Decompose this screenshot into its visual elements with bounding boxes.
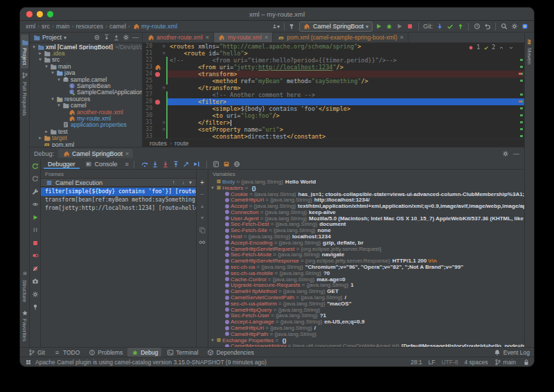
update-project-icon[interactable] [436, 23, 443, 30]
variable-cookie[interactable]: Cookie = {java.lang.String}has_js=1; cto… [208, 191, 524, 197]
stack-frame[interactable]: from[jetty:http://localhost:1234] [route… [41, 204, 196, 213]
search-everywhere-icon[interactable] [500, 23, 508, 30]
glasses-icon[interactable] [199, 238, 206, 245]
user-menu-icon[interactable]: ▾ [272, 23, 280, 30]
tree-chevron-icon[interactable]: ▾ [44, 64, 49, 69]
ide-settings-icon[interactable] [510, 23, 518, 30]
code-line-25[interactable]: 25 <method ref="myBean" method="saySomet… [143, 78, 524, 84]
tree-item-main[interactable]: ▾main [30, 63, 142, 69]
editor-scrollbar[interactable] [519, 43, 524, 139]
close-icon[interactable]: × [265, 34, 268, 41]
variable-upgrade-insecure-requests[interactable]: Upgrade-Insecure-Requests = {java.lang.S… [208, 283, 524, 289]
file-encoding[interactable]: UTF-8 [441, 359, 458, 366]
step-over-icon[interactable] [141, 161, 149, 168]
tool-stripe-pull-requests[interactable]: Pull Requests [21, 69, 28, 119]
commit-changes-icon[interactable] [446, 23, 454, 30]
fold-marker[interactable]: ⊖ [161, 50, 166, 57]
gear-icon[interactable] [122, 34, 129, 42]
tree-chevron-icon[interactable]: ▾ [50, 96, 55, 102]
variable-camelhttpservletresponse[interactable]: CamelHttpServletResponse = {org.eclipse.… [208, 258, 524, 264]
mute-bp-icon[interactable] [31, 265, 39, 272]
debug-session-tab[interactable]: Camel SpringBoot × [58, 149, 133, 158]
fold-marker[interactable]: ⊖ [161, 119, 166, 126]
variable-body[interactable]: Body = {java.lang.String}Hello World [208, 179, 524, 185]
hide-icon[interactable]: — [132, 34, 139, 42]
debug-icon[interactable] [386, 23, 393, 30]
tool-window-button-dependencies[interactable]: Dependencies [203, 348, 257, 357]
variable-sec-fetch-dest[interactable]: Sec-Fetch-Dest = {java.lang.String}docum… [208, 222, 524, 228]
tab-debugger[interactable]: Debugger [44, 159, 80, 169]
locate-icon[interactable] [93, 34, 100, 42]
variable-sec-fetch-site[interactable]: Sec-Fetch-Site = {java.lang.String}none [208, 227, 524, 233]
close-icon[interactable]: × [125, 150, 129, 157]
code-line-22[interactable]: 22<!-- <from uri="timer:hello?period={{t… [143, 57, 524, 64]
tool-stripe-project[interactable]: Project [21, 35, 28, 69]
fold-marker[interactable]: ⊖ [161, 84, 166, 91]
eye-icon[interactable] [31, 201, 39, 208]
tree-chevron-icon[interactable]: ▸ [37, 51, 43, 56]
tree-chevron-icon[interactable]: ▾ [56, 103, 62, 108]
variable-camelhttpurl[interactable]: CamelHttpUrl = {java.lang.String}http://… [208, 197, 524, 203]
tree-chevron-icon[interactable]: ▸ [37, 135, 43, 141]
tree-item-application-properties[interactable]: application.properties [30, 122, 142, 128]
line-separator[interactable]: LF [429, 359, 436, 366]
wrench-icon[interactable] [31, 188, 39, 195]
thread-selector[interactable]: Camel Execution ↑ ↓ ▾ [41, 178, 196, 187]
build-project-icon[interactable] [289, 23, 296, 30]
variable-cache-control[interactable]: Cache-Control = {java.lang.String}max-ag… [208, 276, 524, 283]
git-branch-widget[interactable]: main [494, 358, 516, 366]
variable-chevron-icon[interactable]: ▾ [210, 337, 215, 343]
close-icon[interactable]: × [206, 34, 209, 41]
chevron-down-icon[interactable]: ▾ [64, 35, 66, 41]
variable-chevron-icon[interactable]: ▾ [210, 185, 215, 190]
breadcrumb-item[interactable]: main [56, 23, 70, 30]
code-line-23[interactable]: 23 <from uri="jetty:http://localhost:123… [143, 64, 524, 71]
gear-icon[interactable] [31, 290, 39, 298]
tree-item-camel[interactable]: ▾camel [30, 103, 142, 109]
project-panel-header[interactable]: Project ▾ — [30, 33, 142, 43]
close-icon[interactable]: × [400, 34, 403, 41]
tool-window-button-debug[interactable]: Debug [127, 348, 161, 357]
tree-item-another-route-xml[interactable]: another-route.xml [30, 109, 142, 115]
next-problem-icon[interactable] [507, 44, 515, 51]
gear-icon[interactable] [501, 150, 509, 157]
code-line-33[interactable]: 33 <constant>direct:test</constant> [143, 133, 524, 139]
variable-sec-fetch-mode[interactable]: Sec-Fetch-Mode = {java.lang.String}navig… [208, 252, 524, 258]
variable-exchange-properties[interactable]: ▾Exchange Properties = {} [208, 337, 524, 344]
breadcrumb-item[interactable]: my-route.xml [132, 23, 177, 30]
force-step-into-icon[interactable] [162, 161, 170, 168]
variable-camelhttppath[interactable]: CamelHttpPath = {java.lang.String} [208, 331, 524, 337]
plus-icon[interactable]: + [199, 179, 206, 186]
variable-camelh-ttpmethod[interactable]: CamelH ttpMethod = {java.lang.String}GET [208, 288, 524, 294]
tree-item-samplecamelapplication[interactable]: CSampleCamelApplication [30, 89, 142, 96]
tri-down-icon[interactable]: ▼ [199, 214, 206, 222]
rerun-gray-icon[interactable] [31, 175, 39, 183]
variable-sec-fetch-user[interactable]: Sec-Fetch-User = {java.lang.String}?1 [208, 313, 524, 319]
camera-icon[interactable] [31, 278, 39, 285]
chevron-down-icon[interactable]: ▾ [189, 179, 192, 186]
tri-up-icon[interactable]: ▲ [199, 202, 206, 210]
tree-item-resources[interactable]: ▾resources [30, 96, 142, 102]
title-bar[interactable]: xml – my-route.xml [20, 8, 534, 21]
tree-chevron-icon[interactable]: ▸ [44, 129, 49, 134]
globe-icon[interactable] [233, 161, 241, 168]
code-line-28[interactable]: 28 <filter> [143, 98, 524, 105]
tree-chevron-icon[interactable]: ▾ [37, 57, 43, 62]
variable-camelhttpservletrequest[interactable]: CamelHttpServletRequest = {org.eclipse.j… [208, 246, 524, 252]
push-commits-icon[interactable] [456, 23, 464, 30]
stack-frame[interactable]: filter[simple{${body} contains 'foo'}] [… [41, 188, 196, 196]
tree-item-sample-camel[interactable]: ▾sample.camel [30, 76, 142, 82]
code-line-26[interactable]: 26⊖ </transform> [143, 84, 524, 91]
variable-user-agent[interactable]: User-Agent = {java.lang.String}Mozilla/5… [208, 215, 524, 222]
tree-item-test[interactable]: ▸test [30, 128, 142, 134]
variable-camelhttpquery[interactable]: CamelHttpQuery = {java.lang.String} [208, 307, 524, 313]
tool-window-button-terminal[interactable]: Terminal [163, 348, 202, 357]
tool-window-button-git[interactable]: Git [24, 348, 48, 357]
tree-item-java[interactable]: ▾java [30, 70, 142, 76]
tree-item-samplebean[interactable]: CSampleBean [30, 82, 142, 89]
tool-window-button-todo[interactable]: ≡TODO [50, 348, 83, 357]
tool-stripe-favorites[interactable]: Favorites [21, 305, 28, 345]
breadcrumb-routes[interactable]: routes [150, 140, 167, 147]
lock-icon[interactable] [522, 358, 530, 366]
breakpoint-dot[interactable] [155, 72, 160, 77]
